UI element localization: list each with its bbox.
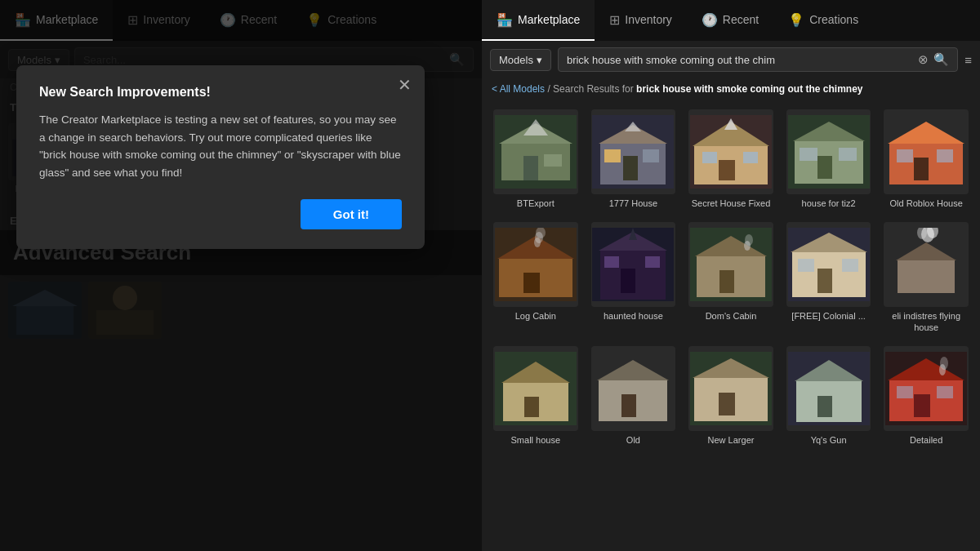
svg-rect-32 (544, 154, 562, 167)
svg-rect-83 (817, 269, 832, 293)
svg-rect-77 (719, 270, 734, 293)
item-thumbnail (493, 222, 578, 307)
grid-item-old[interactable]: Old (588, 343, 679, 449)
svg-rect-44 (719, 160, 735, 180)
svg-rect-111 (914, 394, 930, 417)
filter-icon[interactable]: ≡ (964, 53, 972, 67)
svg-rect-103 (719, 393, 735, 415)
grid-item-yqsgun[interactable]: Yq's Gun (783, 343, 875, 449)
grid-item-btexport[interactable]: BTExport (490, 106, 581, 212)
grid-item-oldrobloxhouse[interactable]: Old Roblox House (880, 106, 972, 212)
item-label: Old Roblox House (890, 198, 963, 209)
item-label: haunted house (604, 310, 663, 322)
item-label: 1777 House (609, 198, 657, 209)
item-label: Old (626, 434, 640, 446)
right-model-dropdown[interactable]: Models ▾ (490, 49, 551, 71)
right-tab-creations[interactable]: 💡 Creations (773, 0, 873, 41)
item-thumbnail (591, 346, 676, 431)
modal-overlay: ✕ New Search Improvements! The Creator M… (0, 0, 482, 551)
all-models-link[interactable]: < All Models (492, 83, 545, 95)
svg-rect-39 (643, 149, 659, 162)
item-thumbnail (591, 109, 676, 194)
item-label: [FREE] Colonial ... (791, 310, 865, 322)
grid-item-newlarger[interactable]: New Larger (685, 343, 777, 449)
item-thumbnail (786, 222, 871, 307)
svg-point-115 (940, 357, 948, 370)
item-thumbnail (884, 222, 969, 307)
creations-icon-right: 💡 (788, 12, 804, 28)
svg-rect-72 (645, 256, 660, 268)
search-improvements-modal: ✕ New Search Improvements! The Creator M… (16, 65, 425, 249)
svg-rect-37 (623, 156, 638, 180)
breadcrumb-query: brick house with smoke coming out the ch… (636, 83, 862, 95)
grid-item-logcabin[interactable]: Log Cabin (490, 219, 581, 336)
svg-rect-71 (604, 256, 619, 268)
right-search-input[interactable] (567, 54, 913, 66)
item-thumbnail (786, 109, 871, 194)
item-label: house for tiz2 (802, 198, 856, 209)
grid-item-detailed[interactable]: Detailed (880, 343, 972, 449)
search-icon[interactable]: 🔍 (933, 52, 949, 67)
svg-rect-84 (798, 259, 814, 272)
svg-rect-45 (702, 152, 717, 163)
item-label: New Larger (708, 434, 755, 446)
item-label: Dom's Cabin (706, 310, 757, 322)
item-label: Log Cabin (515, 310, 556, 322)
modal-footer: Got it! (39, 199, 402, 229)
grid-item-freecolonial[interactable]: [FREE] Colonial ... (783, 219, 875, 336)
svg-rect-31 (523, 156, 538, 180)
item-thumbnail (493, 346, 578, 431)
svg-rect-58 (897, 149, 913, 162)
grid-item-smallhouse[interactable]: Small house (490, 343, 581, 449)
right-search-input-container: ⊗ 🔍 (558, 47, 958, 72)
item-thumbnail (884, 109, 969, 194)
svg-rect-63 (523, 273, 540, 293)
grid-item-housefortiz2[interactable]: house for tiz2 (783, 106, 875, 212)
grid-item-1777house[interactable]: 1777 House (588, 106, 679, 212)
svg-rect-87 (898, 260, 955, 293)
results-grid-container[interactable]: BTExport 1777 House (482, 100, 980, 551)
item-label: Detailed (910, 434, 942, 446)
svg-rect-52 (800, 148, 817, 161)
got-it-button[interactable]: Got it! (301, 199, 402, 229)
right-tab-marketplace[interactable]: 🏪 Marketplace (482, 0, 595, 41)
svg-rect-46 (743, 152, 758, 163)
item-label: Yq's Gun (811, 434, 847, 446)
grid-item-hauntedhouse[interactable]: haunted house (588, 219, 679, 336)
svg-rect-112 (897, 386, 913, 398)
item-thumbnail (688, 222, 773, 307)
left-panel: 🏪 Marketplace ⊞ Inventory 🕐 Recent 💡 Cre… (0, 0, 482, 551)
svg-rect-113 (937, 386, 953, 398)
clear-icon[interactable]: ⊗ (918, 52, 929, 67)
item-thumbnail (884, 346, 969, 431)
recent-icon-right: 🕐 (702, 12, 718, 28)
item-label: Secret House Fixed (692, 198, 771, 209)
item-thumbnail (688, 346, 773, 431)
right-tab-bar: 🏪 Marketplace ⊞ Inventory 🕐 Recent 💡 Cre… (482, 0, 980, 41)
results-grid: BTExport 1777 House (490, 106, 972, 449)
right-tab-inventory[interactable]: ⊞ Inventory (595, 0, 687, 41)
svg-rect-85 (842, 259, 858, 272)
breadcrumb: < All Models / Search Results for brick … (482, 78, 980, 100)
svg-rect-51 (817, 156, 832, 179)
item-label: eli indistres flying house (884, 310, 969, 334)
modal-title: New Search Improvements! (39, 85, 402, 100)
modal-body: The Creator Marketplace is testing a new… (39, 111, 402, 181)
item-thumbnail (591, 222, 676, 307)
svg-rect-95 (524, 397, 539, 417)
modal-close-button[interactable]: ✕ (398, 77, 412, 93)
right-tab-recent[interactable]: 🕐 Recent (687, 0, 773, 41)
svg-point-79 (745, 234, 753, 246)
grid-item-secrethouse[interactable]: Secret House Fixed (685, 106, 777, 212)
grid-item-domscabin[interactable]: Dom's Cabin (685, 219, 777, 336)
svg-rect-99 (621, 394, 636, 417)
svg-rect-59 (937, 149, 953, 162)
item-label: BTExport (517, 198, 555, 209)
item-thumbnail (493, 109, 578, 194)
svg-rect-57 (914, 158, 929, 180)
inventory-icon-right: ⊞ (609, 12, 620, 28)
marketplace-icon-right: 🏪 (497, 12, 513, 28)
grid-item-flyinghouse[interactable]: eli indistres flying house (880, 219, 972, 336)
right-search-bar: Models ▾ ⊗ 🔍 ≡ (482, 41, 980, 78)
item-label: Small house (511, 434, 561, 446)
